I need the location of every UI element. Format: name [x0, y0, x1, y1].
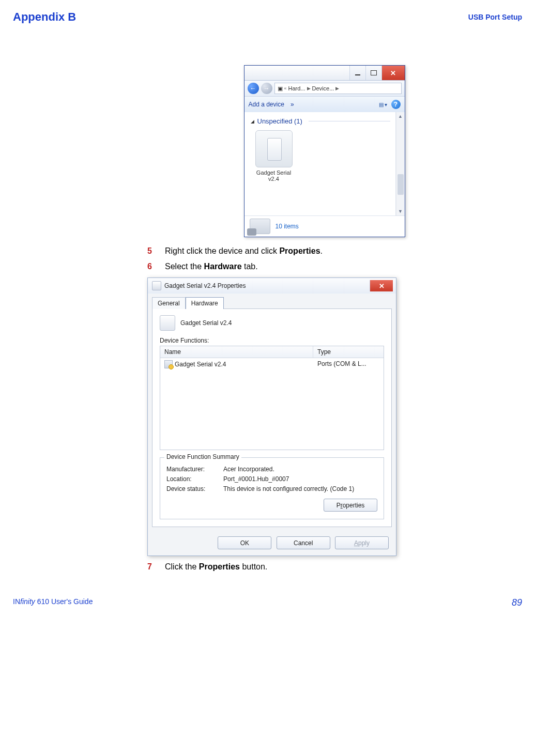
step-text-bold: Hardware — [204, 262, 242, 271]
footer-title: INfinity 610 User's Guide — [13, 597, 93, 608]
crumb-segment: Hard... — [288, 85, 305, 91]
vertical-scrollbar[interactable]: ▲ ▼ — [396, 112, 405, 215]
device-icon — [160, 315, 175, 331]
tab-general[interactable]: General — [152, 297, 186, 309]
chevron-right-icon: ▶ — [307, 86, 311, 91]
column-header-type[interactable]: Type — [313, 346, 384, 358]
dialog-titlebar: Gadget Serial v2.4 Properties ✕ — [148, 278, 396, 294]
chevron-right-icon: ▶ — [335, 86, 339, 91]
devices-window: ✕ ← → ▣ « Hard... ▶ Device... ▶ Add a de… — [244, 65, 405, 237]
nav-bar: ← → ▣ « Hard... ▶ Device... ▶ — [244, 81, 405, 97]
step-text-bold: Properties — [199, 562, 240, 571]
tab-strip: General Hardware — [148, 294, 396, 308]
maximize-button[interactable] — [365, 66, 381, 80]
dialog-title: Gadget Serial v2.4 Properties — [164, 282, 246, 289]
step-text: Right click the device and click Propert… — [165, 246, 323, 256]
forward-button[interactable]: → — [261, 83, 272, 94]
step-number: 6 — [147, 262, 165, 271]
minimize-button[interactable] — [349, 66, 365, 80]
device-status-value: This device is not configured correctly.… — [223, 485, 354, 492]
step-text-pre: Right click the device and click — [165, 246, 279, 255]
crumb-chevron-icon: « — [284, 86, 287, 91]
chevron-down-icon: ▾ — [385, 102, 387, 107]
tab-hardware[interactable]: Hardware — [186, 297, 224, 309]
breadcrumb[interactable]: ▣ « Hard... ▶ Device... ▶ — [274, 83, 402, 94]
arrow-right-icon: → — [264, 85, 270, 92]
content-area: ✕ ← → ▣ « Hard... ▶ Device... ▶ Add a de… — [147, 65, 501, 572]
apply-button[interactable]: Apply — [335, 536, 389, 549]
maximize-icon — [371, 70, 377, 75]
device-status-label: Device status: — [166, 485, 223, 492]
btn-seg: operties — [343, 502, 365, 509]
btn-seg: P — [337, 502, 341, 509]
device-functions-label: Device Functions: — [160, 337, 384, 344]
table-row[interactable]: Gadget Serial v2.4 Ports (COM & L... — [160, 358, 384, 371]
titlebar: ✕ — [244, 66, 405, 81]
folder-icon: ▣ — [278, 85, 283, 92]
step-text-post: . — [320, 246, 323, 255]
table-header: Name Type — [160, 346, 384, 358]
footer-segment: 610 User's Guide — [35, 597, 93, 606]
topic-label: USB Port Setup — [468, 13, 522, 21]
step-text-pre: Select the — [165, 262, 204, 271]
footer-segment: IN — [13, 597, 20, 606]
item-count: 10 items — [276, 223, 299, 230]
crumb-segment: Device... — [312, 85, 334, 91]
device-functions-table: Name Type Gadget Serial v2.4 Ports (COM … — [160, 346, 384, 450]
close-button[interactable]: ✕ — [370, 280, 393, 291]
tab-panel: Gadget Serial v2.4 Device Functions: Nam… — [152, 308, 392, 527]
status-bar: 10 items — [244, 215, 405, 237]
divider — [309, 121, 390, 121]
view-icon: ▤ — [379, 102, 384, 107]
step-7: 7 Click the Properties button. — [147, 562, 501, 572]
dialog-button-row: OK Cancel Apply — [148, 531, 396, 556]
add-device-link[interactable]: Add a device — [249, 101, 284, 108]
manufacturer-label: Manufacturer: — [166, 466, 223, 473]
page-number: 89 — [512, 597, 522, 608]
help-icon: ? — [394, 101, 398, 108]
column-header-name[interactable]: Name — [160, 346, 313, 358]
appendix-label: Appendix B — [13, 10, 76, 24]
more-commands-chevron[interactable]: » — [291, 101, 294, 108]
manufacturer-value: Acer Incorporated. — [223, 466, 274, 473]
category-label: Unspecified (1) — [257, 117, 302, 125]
step-text: Click the Properties button. — [165, 562, 267, 572]
ok-button[interactable]: OK — [218, 536, 271, 549]
minimize-icon — [355, 74, 360, 75]
view-dropdown[interactable]: ▤▾ — [379, 102, 387, 107]
status-thumb-icon — [250, 219, 270, 234]
panel-heading: Gadget Serial v2.4 — [160, 315, 384, 331]
device-name-label: Gadget Serial v2.4 — [180, 319, 232, 327]
page-footer: INfinity 610 User's Guide 89 — [13, 597, 522, 608]
help-button[interactable]: ? — [391, 100, 401, 109]
back-button[interactable]: ← — [248, 83, 259, 94]
device-icon — [255, 130, 293, 167]
fieldset-legend: Device Function Summary — [164, 453, 241, 460]
cancel-button[interactable]: Cancel — [277, 536, 330, 549]
page-header: Appendix B USB Port Setup — [13, 10, 522, 24]
location-value: Port_#0001.Hub_#0007 — [223, 475, 289, 483]
device-tile[interactable]: Gadget Serial v2.4 — [251, 130, 297, 182]
scroll-up-icon: ▲ — [396, 112, 405, 120]
close-button[interactable]: ✕ — [381, 66, 405, 80]
command-bar: Add a device » ▤▾ ? — [244, 97, 405, 112]
btn-seg: pply — [358, 539, 370, 547]
step-text-post: tab. — [242, 262, 258, 271]
device-warning-icon — [164, 360, 173, 368]
step-text: Select the Hardware tab. — [165, 262, 258, 271]
properties-button[interactable]: Properties — [324, 499, 377, 512]
step-number: 7 — [147, 562, 165, 572]
row-name: Gadget Serial v2.4 — [175, 361, 226, 368]
collapse-triangle-icon: ◢ — [251, 119, 254, 124]
scroll-thumb[interactable] — [398, 174, 404, 195]
step-number: 5 — [147, 246, 165, 256]
properties-dialog-wrap: Gadget Serial v2.4 Properties ✕ General … — [147, 277, 501, 556]
footer-segment: finity — [20, 597, 35, 606]
category-header[interactable]: ◢ Unspecified (1) — [251, 117, 390, 125]
properties-dialog: Gadget Serial v2.4 Properties ✕ General … — [147, 277, 396, 556]
step-text-pre: Click the — [165, 562, 199, 571]
step-text-bold: Properties — [279, 246, 320, 255]
window-body: ◢ Unspecified (1) Gadget Serial v2.4 ▲ ▼ — [244, 112, 405, 215]
close-icon: ✕ — [390, 69, 396, 77]
device-function-summary: Device Function Summary Manufacturer:Ace… — [160, 457, 384, 519]
